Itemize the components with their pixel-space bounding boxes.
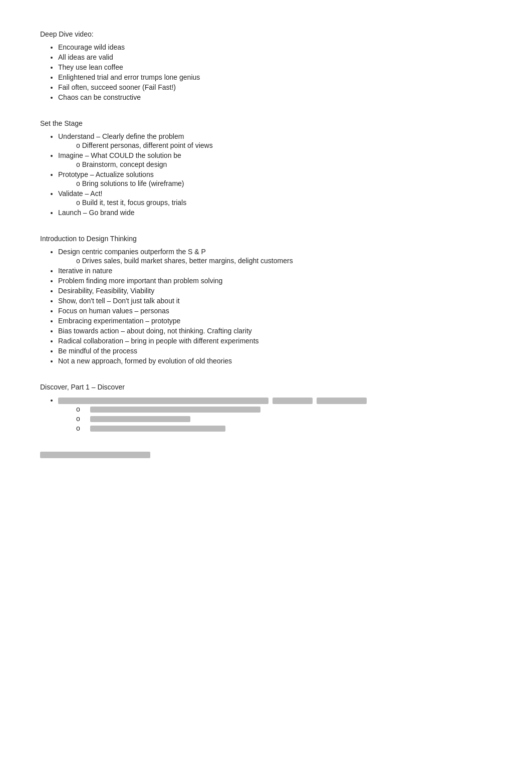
- deep-dive-section: Deep Dive video: Encourage wild ideas Al…: [40, 30, 492, 101]
- deep-dive-title: Deep Dive video:: [40, 30, 492, 38]
- sub-list: Brainstorm, concept design: [58, 160, 492, 168]
- list-item: [58, 396, 492, 432]
- list-item: Embracing experimentation – prototype: [58, 317, 492, 325]
- list-item: Be mindful of the process: [58, 347, 492, 355]
- sub-list-item: Brainstorm, concept design: [76, 160, 492, 168]
- list-item: Desirability, Feasibility, Viability: [58, 287, 492, 295]
- list-item: They use lean coffee: [58, 63, 492, 71]
- set-the-stage-list: Understand – Clearly define the problem …: [40, 132, 492, 217]
- list-item: Encourage wild ideas: [58, 43, 492, 51]
- list-item: Prototype – Actualize solutions Bring so…: [58, 170, 492, 187]
- blurred-footer-section: [40, 450, 492, 458]
- sub-list: Build it, test it, focus groups, trials: [58, 199, 492, 207]
- intro-design-thinking-title: Introduction to Design Thinking: [40, 235, 492, 243]
- sub-list: [58, 405, 492, 432]
- sub-list-item: Bring solutions to life (wireframe): [76, 179, 492, 187]
- sub-list: Bring solutions to life (wireframe): [58, 179, 492, 187]
- discover-part1-title: Discover, Part 1 – Discover: [40, 383, 492, 391]
- discover-part1-list: [40, 396, 492, 432]
- set-the-stage-section: Set the Stage Understand – Clearly defin…: [40, 119, 492, 217]
- discover-part1-section: Discover, Part 1 – Discover: [40, 383, 492, 432]
- list-item: Radical collaboration – bring in people …: [58, 337, 492, 345]
- list-item: Focus on human values – personas: [58, 307, 492, 315]
- list-item: Problem finding more important than prob…: [58, 277, 492, 285]
- sub-list-item: [76, 415, 492, 423]
- sub-list-item: [76, 424, 492, 432]
- list-item: Launch – Go brand wide: [58, 209, 492, 217]
- set-the-stage-title: Set the Stage: [40, 119, 492, 127]
- sub-list: Drives sales, build market shares, bette…: [58, 257, 492, 265]
- intro-design-thinking-list: Design centric companies outperform the …: [40, 248, 492, 365]
- sub-list-item: Drives sales, build market shares, bette…: [76, 257, 492, 265]
- list-item: Not a new approach, formed by evolution …: [58, 357, 492, 365]
- sub-list-item: Build it, test it, focus groups, trials: [76, 199, 492, 207]
- list-item: Show, don't tell – Don't just talk about…: [58, 297, 492, 305]
- list-item: Design centric companies outperform the …: [58, 248, 492, 265]
- list-item: Fail often, succeed sooner (Fail Fast!): [58, 83, 492, 91]
- list-item: Iterative in nature: [58, 267, 492, 275]
- sub-list-item: [76, 405, 492, 413]
- list-item: Bias towards action – about doing, not t…: [58, 327, 492, 335]
- list-item: All ideas are valid: [58, 53, 492, 61]
- intro-design-thinking-section: Introduction to Design Thinking Design c…: [40, 235, 492, 365]
- sub-list-item: Different personas, different point of v…: [76, 141, 492, 149]
- list-item: Enlightened trial and error trumps lone …: [58, 73, 492, 81]
- blurred-footer-title: [40, 450, 492, 458]
- sub-list: Different personas, different point of v…: [58, 141, 492, 149]
- deep-dive-list: Encourage wild ideas All ideas are valid…: [40, 43, 492, 101]
- list-item: Imagine – What COULD the solution be Bra…: [58, 151, 492, 168]
- list-item: Understand – Clearly define the problem …: [58, 132, 492, 149]
- list-item: Chaos can be constructive: [58, 93, 492, 101]
- list-item: Validate – Act! Build it, test it, focus…: [58, 189, 492, 207]
